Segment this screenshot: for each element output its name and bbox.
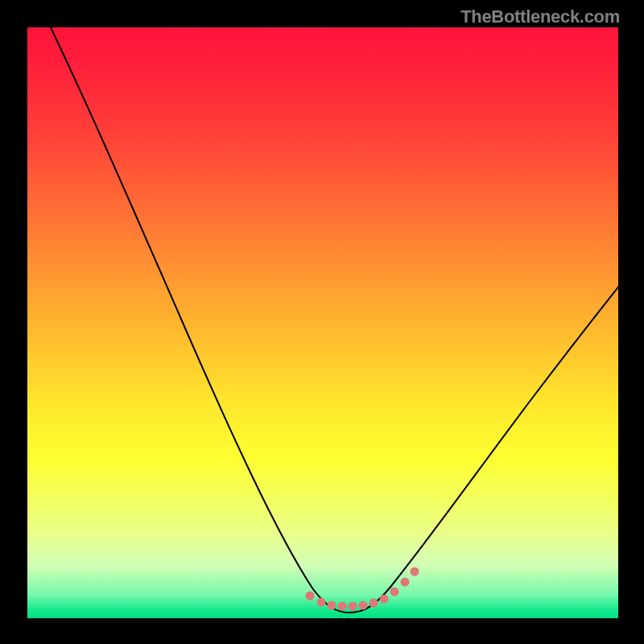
highlight-dot [349,602,357,611]
highlight-dot [328,601,336,610]
plot-area [27,27,618,618]
curve-layer [27,27,618,618]
highlight-dot [390,588,399,597]
attribution-text: TheBottleneck.com [460,6,620,27]
bottleneck-curve [27,27,618,613]
highlight-dot [369,599,378,608]
highlight-dot [306,592,315,601]
highlight-dot [359,601,368,610]
highlight-dot [317,598,326,607]
chart-frame: TheBottleneck.com [0,0,644,644]
highlight-dot [401,578,410,587]
highlight-dot [411,568,419,576]
highlight-dot [338,602,347,611]
highlight-dot [380,595,389,604]
